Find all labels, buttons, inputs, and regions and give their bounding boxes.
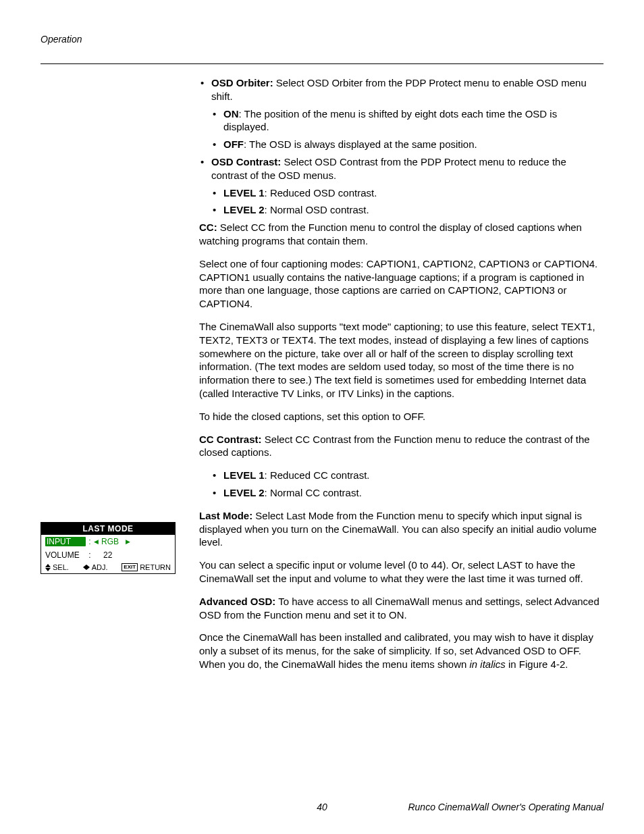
para-cc: CC: Select CC from the Function menu to …: [199, 221, 603, 248]
bullet-cc-level2: LEVEL 2: Normal CC contrast.: [211, 486, 603, 500]
bullet-osd-contrast: OSD Contrast: Select OSD Contrast from t…: [199, 155, 603, 217]
label: ON: [223, 108, 239, 120]
bullet-cc-level1: LEVEL 1: Reduced CC contrast.: [211, 469, 603, 482]
osd-value: ◀ RGB ▶: [94, 537, 171, 546]
label: OSD Contrast:: [211, 156, 281, 167]
bullet-level2: LEVEL 2: Normal OSD contrast.: [211, 203, 603, 217]
body-text: OSD Orbiter: Select OSD Orbiter from the…: [199, 76, 603, 681]
up-down-icon: [45, 564, 51, 571]
page-footer: 40 Runco CinemaWall Owner's Operating Ma…: [41, 802, 603, 812]
bullet-on: ON: The position of the menu is shifted …: [211, 107, 603, 134]
page-number: 40: [41, 802, 603, 812]
text: : The position of the menu is shifted by…: [223, 108, 557, 133]
label: LEVEL 1: [223, 187, 265, 199]
osd-return-label: RETURN: [140, 563, 171, 571]
text: : Normal CC contrast.: [265, 487, 362, 498]
osd-sep: :: [86, 537, 94, 546]
para-last-mode: Last Mode: Select Last Mode from the Fun…: [199, 509, 603, 549]
osd-row-input: INPUT : ◀ RGB ▶: [41, 535, 175, 548]
osd-title: LAST MODE: [41, 523, 175, 535]
label: Advanced OSD:: [199, 596, 275, 607]
text: : Reduced CC contrast.: [265, 469, 370, 481]
osd-value-text: RGB: [101, 537, 119, 546]
label: OSD Orbiter:: [211, 77, 273, 88]
text: : The OSD is always displayed at the sam…: [244, 138, 477, 150]
header-rule: [41, 63, 603, 64]
label: LEVEL 2: [223, 487, 265, 498]
text: Select CC from the Function menu to cont…: [199, 221, 582, 246]
osd-adj-label: ADJ.: [92, 563, 108, 571]
triangle-left-icon: ◀: [94, 538, 99, 545]
bullet-level1: LEVEL 1: Reduced OSD contrast.: [211, 186, 603, 200]
triangle-right-icon: ▶: [126, 538, 130, 545]
label: LEVEL 1: [223, 469, 265, 481]
para-last-mode-2: You can select a specific input or volum…: [199, 558, 603, 585]
osd-value: 22: [94, 550, 171, 560]
osd-sep: :: [86, 550, 94, 560]
exit-icon: EXIT: [122, 563, 138, 571]
label: LEVEL 2: [223, 204, 265, 215]
page-header: Operation: [41, 34, 603, 45]
para-cc-text: The CinemaWall also supports "text mode"…: [199, 320, 603, 400]
label: CC:: [199, 221, 217, 233]
osd-footer: SEL. ADJ. EXIT RETURN: [41, 562, 175, 573]
label: CC Contrast:: [199, 434, 262, 445]
text: Select Last Mode from the Function menu …: [199, 510, 597, 548]
text: : Normal OSD contrast.: [265, 204, 369, 215]
para-cc-hide: To hide the closed captions, set this op…: [199, 410, 603, 423]
osd-key: INPUT: [45, 537, 86, 546]
para-adv-osd: Advanced OSD: To have access to all Cine…: [199, 595, 603, 622]
osd-key: VOLUME: [45, 550, 86, 560]
para-cc-contrast: CC Contrast: Select CC Contrast from the…: [199, 433, 603, 460]
osd-value-text: 22: [103, 550, 112, 560]
italic-text: in italics: [469, 658, 505, 670]
text: : Reduced OSD contrast.: [265, 187, 377, 199]
osd-widget: LAST MODE INPUT : ◀ RGB ▶ VOLUME : 22: [41, 522, 176, 574]
text: in Figure 4-2.: [506, 658, 568, 670]
para-cc-modes: Select one of four captioning modes: CAP…: [199, 257, 603, 311]
bullet-off: OFF: The OSD is always displayed at the …: [211, 138, 603, 151]
left-right-icon: [83, 565, 90, 570]
label: OFF: [223, 138, 244, 150]
osd-row-volume: VOLUME : 22: [41, 548, 175, 562]
osd-sel-label: SEL.: [53, 563, 69, 571]
para-adv-osd-2: Once the CinemaWall has been installed a…: [199, 631, 603, 671]
bullet-osd-orbiter: OSD Orbiter: Select OSD Orbiter from the…: [199, 76, 603, 151]
label: Last Mode:: [199, 510, 252, 521]
